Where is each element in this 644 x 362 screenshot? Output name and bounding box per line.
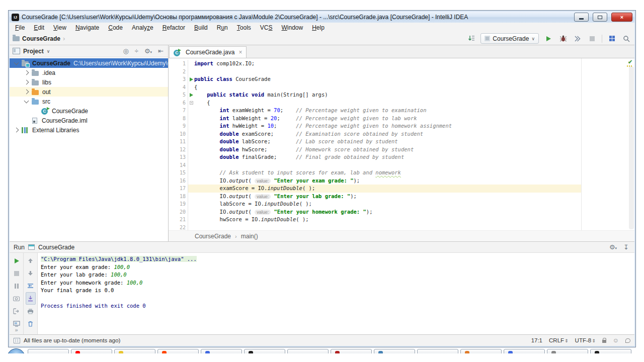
pause-output-button[interactable] xyxy=(12,280,22,292)
menu-item-edit[interactable]: Edit xyxy=(29,24,49,31)
hide-panel-icon[interactable]: ⇤ xyxy=(156,48,165,54)
breadcrumb-class[interactable]: CourseGrade xyxy=(195,233,231,240)
thread-dump-icon[interactable] xyxy=(12,292,22,305)
tree-chevron-icon[interactable] xyxy=(24,80,29,85)
line-number[interactable]: 13 xyxy=(169,153,188,161)
line-number[interactable]: 20 xyxy=(169,208,188,216)
menu-item-analyze[interactable]: Analyze xyxy=(127,24,158,31)
tree-item-coursegrade[interactable]: CourseGradeC:\Users\user\Work\Курсы\Udem… xyxy=(10,58,168,68)
hide-run-panel-icon[interactable]: ↧ xyxy=(622,244,630,250)
menu-item-build[interactable]: Build xyxy=(190,24,212,31)
project-panel-title[interactable]: Project xyxy=(23,48,44,55)
gear-icon[interactable]: ⚙▾ xyxy=(143,48,153,54)
minimize-button[interactable] xyxy=(574,13,589,22)
line-number[interactable]: 16 xyxy=(169,177,188,185)
toolbar-breadcrumb[interactable]: CourseGrade xyxy=(22,35,60,42)
code-line-4[interactable]: 4{ xyxy=(169,83,634,92)
scroll-to-end-icon[interactable] xyxy=(26,292,36,305)
code-line-15[interactable]: 15 // Ask student to input scores for ex… xyxy=(169,169,634,177)
maximize-button[interactable] xyxy=(593,13,607,22)
code-editor[interactable]: ✔ 1import comp102x.IO;23public class Cou… xyxy=(169,58,634,230)
tree-chevron-icon[interactable] xyxy=(24,70,29,75)
encoding-selector[interactable]: UTF-8⇕ xyxy=(575,337,596,343)
exit-process-icon[interactable] xyxy=(12,305,22,317)
clear-console-icon[interactable] xyxy=(26,317,36,330)
code-line-20[interactable]: 20 IO.output( value: "Enter your homewor… xyxy=(169,208,634,216)
menu-item-navigate[interactable]: Navigate xyxy=(71,24,104,31)
sort-lines-icon[interactable] xyxy=(466,34,476,44)
menu-item-refactor[interactable]: Refactor xyxy=(158,24,190,31)
taskbar-button-3[interactable] xyxy=(114,349,155,353)
print-icon[interactable] xyxy=(26,305,36,317)
stop-button[interactable] xyxy=(587,34,597,44)
line-number[interactable]: 18 xyxy=(169,193,188,201)
code-line-3[interactable]: 3public class CourseGrade xyxy=(169,75,634,83)
code-line-19[interactable]: 19 labScore = IO.inputDouble( ); xyxy=(169,200,634,208)
taskbar-button-1[interactable] xyxy=(28,349,69,353)
run-configuration-selector[interactable]: CourseGrade ∨ xyxy=(480,33,539,44)
menu-item-run[interactable]: Run xyxy=(212,24,232,31)
tree-item-libs[interactable]: libs xyxy=(10,77,168,87)
taskbar-button-4[interactable] xyxy=(157,349,199,353)
tree-chevron-icon[interactable] xyxy=(24,89,29,95)
taskbar-button-7[interactable] xyxy=(287,349,329,353)
line-number[interactable]: 21 xyxy=(169,216,188,224)
line-number[interactable]: 10 xyxy=(169,130,188,138)
code-line-6[interactable]: 6 { xyxy=(169,99,634,107)
chevron-down-icon[interactable]: ∨ xyxy=(47,49,50,54)
tree-item-idea[interactable]: .idea xyxy=(10,68,168,77)
inspection-status-icon[interactable]: ✔ xyxy=(627,58,633,67)
line-number[interactable]: 5 xyxy=(169,91,188,99)
code-line-18[interactable]: 18 IO.output( value: "Enter your lab gra… xyxy=(169,193,634,201)
line-number[interactable]: 3 xyxy=(169,75,188,83)
line-number[interactable]: 8 xyxy=(169,115,188,123)
menu-item-file[interactable]: File xyxy=(11,24,29,31)
taskbar-button-12[interactable] xyxy=(504,349,545,353)
start-button[interactable] xyxy=(7,348,25,353)
code-line-7[interactable]: 7 int examWeight = 70; // Percentage wei… xyxy=(169,107,634,115)
menu-item-vcs[interactable]: VCS xyxy=(256,24,277,31)
line-number[interactable]: 4 xyxy=(169,83,188,92)
stop-process-button[interactable] xyxy=(12,267,22,280)
line-number[interactable]: 1 xyxy=(169,60,188,68)
rerun-button[interactable] xyxy=(12,254,22,267)
code-line-16[interactable]: 16 IO.output( value: "Enter your exam gr… xyxy=(169,177,634,185)
close-button[interactable]: × xyxy=(611,13,632,22)
taskbar-button-11[interactable] xyxy=(460,349,502,353)
run-with-coverage-button[interactable] xyxy=(573,34,583,44)
readonly-lock-icon[interactable] xyxy=(602,340,606,343)
taskbar-button-2[interactable] xyxy=(71,349,112,353)
hector-inspector-icon[interactable]: ☺ xyxy=(613,337,619,344)
soft-wrap-icon[interactable] xyxy=(26,280,36,292)
taskbar-button-9[interactable] xyxy=(374,349,415,353)
code-line-10[interactable]: 10 double examScore; // Examination scor… xyxy=(169,130,634,138)
run-panel-title[interactable]: Run xyxy=(14,244,25,251)
run-button[interactable] xyxy=(543,34,553,44)
taskbar-button-14[interactable] xyxy=(590,349,631,353)
caret-position[interactable]: 17:1 xyxy=(531,337,542,343)
code-line-14[interactable]: 14 xyxy=(169,161,634,169)
line-number[interactable]: 2 xyxy=(169,68,188,76)
run-panel-gear-icon[interactable]: ⚙▾ xyxy=(608,244,618,250)
debug-button[interactable] xyxy=(558,34,568,44)
notifications-icon[interactable] xyxy=(625,338,630,343)
line-number[interactable]: 11 xyxy=(169,138,188,146)
structure-grid-icon[interactable] xyxy=(607,34,617,44)
menu-item-tools[interactable]: Tools xyxy=(232,24,256,31)
menu-item-code[interactable]: Code xyxy=(104,24,127,31)
code-line-2[interactable]: 2 xyxy=(169,68,634,76)
menu-item-view[interactable]: View xyxy=(49,24,71,31)
tree-item-out[interactable]: out xyxy=(10,87,168,97)
taskbar-button-5[interactable] xyxy=(201,349,242,353)
line-number[interactable]: 12 xyxy=(169,146,188,154)
tree-chevron-icon[interactable] xyxy=(14,128,19,133)
line-number[interactable]: 9 xyxy=(169,122,188,130)
more-actions-icon[interactable]: » xyxy=(10,327,23,333)
code-line-12[interactable]: 12 double hwScore; // Homework score obt… xyxy=(169,146,634,154)
locate-file-icon[interactable]: ◎ xyxy=(121,48,130,54)
tree-chevron-icon[interactable] xyxy=(14,60,19,65)
code-line-22[interactable]: 22 xyxy=(169,224,634,231)
status-panel-icon[interactable] xyxy=(14,338,20,343)
close-tab-icon[interactable]: × xyxy=(238,49,242,56)
fold-marker-icon[interactable] xyxy=(188,99,194,107)
